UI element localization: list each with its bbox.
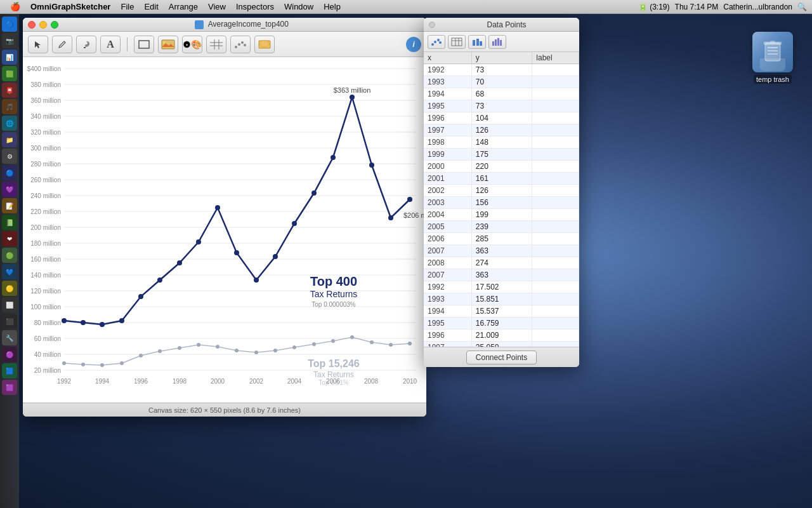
dock-icon-17[interactable]: ⬜ — [2, 297, 17, 312]
data-window-title: Data Points — [439, 20, 574, 29]
dock-icon-12[interactable]: 📗 — [2, 215, 17, 230]
menu-window[interactable]: Window — [284, 2, 313, 11]
info-button[interactable]: i — [406, 37, 421, 52]
svg-rect-133 — [497, 38, 499, 46]
svg-text:300 million: 300 million — [30, 145, 61, 152]
svg-text:180 million: 180 million — [30, 240, 61, 247]
tool-text[interactable]: A — [100, 36, 121, 53]
data-points-window: Data Points x y label 1992731993 — [424, 18, 579, 367]
trash-icon — [752, 32, 793, 72]
dock-icon-3[interactable]: 🟩 — [2, 66, 17, 81]
data-footer: Connect Points — [424, 347, 579, 367]
svg-point-86 — [119, 318, 124, 323]
menu-arrange[interactable]: Arrange — [169, 2, 198, 11]
table-row: 2007363 — [424, 269, 579, 281]
svg-text:Tax Returns: Tax Returns — [310, 289, 358, 299]
data-table-container[interactable]: x y label 199273199370199468199573199610… — [424, 52, 579, 347]
dock-icon-18[interactable]: ⬛ — [2, 314, 17, 329]
dock-icon-10[interactable]: 💜 — [2, 182, 17, 197]
maximize-button[interactable] — [51, 21, 58, 29]
main-window-titlebar: AverageIncome_top400 — [23, 18, 426, 32]
svg-point-80 — [370, 340, 374, 344]
svg-text:$206 million: $206 million — [403, 211, 426, 219]
dock-finder[interactable]: 🔵 — [2, 17, 17, 32]
menubar-search-icon[interactable]: 🔍 — [797, 3, 807, 11]
menu-file[interactable]: File — [121, 2, 134, 11]
document-icon — [195, 20, 204, 29]
dock-icon-1[interactable]: 📷 — [2, 33, 17, 48]
tool-color[interactable]: ● 🎨 — [182, 36, 202, 53]
dock-icon-6[interactable]: 🌐 — [2, 116, 17, 131]
dock-icon-13[interactable]: ❤ — [2, 231, 17, 246]
col-label: label — [532, 52, 579, 64]
table-row: 199468 — [424, 88, 579, 100]
dock-icon-14[interactable]: 🟢 — [2, 248, 17, 263]
svg-point-10 — [163, 41, 166, 44]
tool-cursor[interactable] — [28, 36, 48, 53]
close-button[interactable] — [28, 21, 36, 29]
svg-text:100 million: 100 million — [30, 304, 61, 311]
table-row: 2000220 — [424, 161, 579, 173]
svg-point-91 — [215, 205, 220, 210]
tool-dots[interactable] — [230, 36, 251, 53]
dock-icon-2[interactable]: 📊 — [2, 50, 17, 65]
svg-point-75 — [273, 349, 277, 352]
dock-icon-22[interactable]: 🟪 — [2, 380, 17, 395]
svg-text:●: ● — [186, 43, 188, 46]
dock-icon-11[interactable]: 📝 — [2, 198, 17, 213]
menu-help[interactable]: Help — [324, 2, 341, 11]
dock-icon-15[interactable]: 💙 — [2, 264, 17, 279]
data-tool-scatter[interactable] — [428, 35, 445, 49]
svg-text:40 million: 40 million — [34, 351, 61, 358]
tool-image[interactable] — [158, 36, 178, 53]
table-row: 1996104 — [424, 112, 579, 124]
svg-point-99 — [369, 163, 374, 168]
dock-icon-16[interactable]: 🟡 — [2, 281, 17, 296]
svg-point-74 — [254, 351, 258, 354]
svg-point-122 — [437, 39, 440, 41]
menu-view[interactable]: View — [208, 2, 226, 11]
svg-point-89 — [177, 260, 182, 265]
dock-icon-21[interactable]: 🟦 — [2, 363, 17, 378]
svg-point-88 — [157, 277, 162, 283]
desktop-icon-label: temp trash — [754, 75, 792, 84]
tool-grid[interactable] — [206, 36, 226, 53]
data-tool-histogram[interactable] — [488, 35, 506, 49]
svg-point-96 — [311, 190, 317, 196]
svg-text:220 million: 220 million — [30, 208, 61, 215]
svg-point-100 — [388, 215, 393, 220]
dock-icon-7[interactable]: 📁 — [2, 132, 17, 147]
minimize-button[interactable] — [39, 21, 47, 29]
svg-point-120 — [431, 43, 434, 46]
tool-export[interactable] — [254, 36, 275, 53]
dock-icon-9[interactable]: 🔵 — [2, 165, 17, 180]
tool-brush[interactable] — [76, 36, 96, 53]
data-tool-bar[interactable] — [468, 35, 486, 49]
main-window: AverageIncome_top400 A ● 🎨 — [23, 18, 426, 417]
dock-icon-8[interactable]: ⚙ — [2, 149, 17, 164]
dock-icon-19[interactable]: 🔧 — [2, 330, 17, 345]
dock-icon-20[interactable]: 🟣 — [2, 347, 17, 362]
svg-text:$400 million: $400 million — [27, 65, 61, 72]
canvas-size-label: Canvas size: 620 × 550 pixels (8.6 by 7.… — [148, 406, 301, 414]
svg-rect-2 — [768, 50, 778, 51]
svg-text:160 million: 160 million — [30, 256, 61, 263]
svg-rect-5 — [770, 41, 775, 43]
menu-app[interactable]: OmniGraphSketcher — [30, 2, 110, 11]
table-row: 199273 — [424, 64, 579, 76]
data-tool-table[interactable] — [448, 35, 466, 49]
tool-rectangle[interactable] — [134, 36, 154, 53]
desktop-icon-trash[interactable]: temp trash — [752, 32, 793, 84]
svg-rect-0 — [765, 43, 780, 61]
svg-text:2004: 2004 — [287, 378, 302, 385]
table-row: 199725.050 — [424, 342, 579, 347]
menu-inspectors[interactable]: Inspectors — [236, 2, 274, 11]
menu-edit[interactable]: Edit — [144, 2, 158, 11]
svg-text:80 million: 80 million — [34, 319, 61, 326]
dock-icon-5[interactable]: 🎵 — [2, 99, 17, 114]
dock-icon-4[interactable]: 📮 — [2, 83, 17, 98]
connect-points-button[interactable]: Connect Points — [466, 351, 537, 364]
tool-pen[interactable] — [52, 36, 72, 53]
apple-menu[interactable]: 🍎 — [10, 2, 20, 11]
svg-rect-3 — [768, 53, 778, 55]
